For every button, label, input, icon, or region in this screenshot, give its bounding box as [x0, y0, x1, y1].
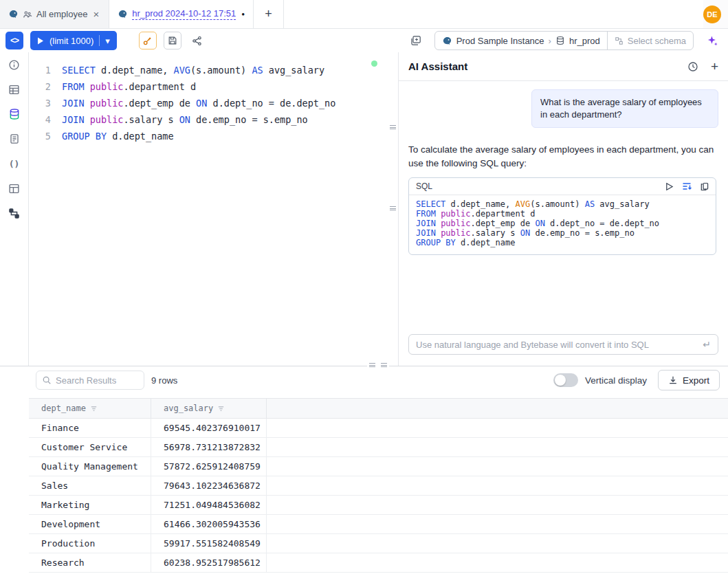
rail-item-sheets[interactable]: [0, 176, 29, 201]
cell-avg-salary: 57872.625912408759: [151, 457, 267, 476]
chevron-down-icon[interactable]: ▾: [105, 36, 110, 46]
code-token: GROUP BY: [62, 131, 107, 142]
rail-item-functions[interactable]: (): [0, 151, 29, 176]
run-query-button[interactable]: (limit 1000) ▾: [30, 31, 117, 50]
left-icon-rail: (): [0, 52, 29, 366]
sort-icon[interactable]: [90, 405, 98, 412]
table-row[interactable]: Marketing71251.049484536082: [29, 496, 728, 515]
code-token: avg_salary: [263, 65, 324, 76]
avatar[interactable]: DE: [703, 5, 721, 23]
table-row[interactable]: Sales79643.102234636872: [29, 476, 728, 496]
connection-selector[interactable]: Prod Sample Instance › hr_prod: [435, 36, 607, 46]
cell-dept-name: Quality Management: [29, 457, 151, 476]
ai-toggle-button[interactable]: [703, 32, 721, 49]
play-outline-icon: [665, 182, 674, 191]
code-token: =: [585, 228, 590, 238]
editor-line: 3JOIN public.dept_emp de ON d.dept_no = …: [29, 95, 388, 111]
run-sql-button[interactable]: [665, 182, 674, 191]
ai-header-actions: +: [687, 60, 718, 73]
cell-avg-salary: 69545.402376910017: [151, 419, 267, 437]
splitter-grip: [381, 363, 387, 367]
splitter-grip: [390, 206, 396, 210]
results-panel: 9 rows Vertical display Export dept_name: [0, 366, 728, 574]
code-token: .department d: [123, 81, 196, 92]
code-token: de.emp_no: [530, 228, 584, 238]
code-token: ON: [196, 98, 207, 109]
ai-response-text: To calculate the average salary of emplo…: [408, 143, 720, 170]
code-token: JOIN: [416, 219, 436, 228]
code-token: d.dept_name,: [445, 199, 515, 209]
line-number: 3: [29, 95, 62, 111]
cell-avg-salary: 59917.551582408549: [151, 534, 267, 553]
close-tab-icon[interactable]: ×: [91, 8, 100, 20]
sql-editor[interactable]: 1SELECT d.dept_name, AVG(s.amount) AS av…: [29, 52, 388, 366]
ai-input-box[interactable]: ↵: [408, 334, 718, 355]
batch-query-button[interactable]: [407, 32, 425, 49]
cell-avg-salary: 61466.302005943536: [151, 515, 267, 533]
database-stack-icon: [8, 108, 21, 120]
ai-sql-code: SELECT d.dept_name, AVG(s.amount) AS avg…: [409, 195, 716, 254]
table-row[interactable]: Production59917.551582408549: [29, 534, 728, 553]
share-sheet-button[interactable]: [188, 32, 206, 49]
ai-assistant-panel: AI Assistant + What is the average salar…: [398, 52, 728, 366]
column-label: avg_salary: [164, 404, 213, 413]
line-number: 1: [29, 62, 62, 78]
rail-item-changelists[interactable]: [0, 126, 29, 151]
code-token: (s.amount): [190, 65, 252, 76]
new-tab-button[interactable]: +: [254, 0, 284, 28]
ai-prompt-input[interactable]: [416, 340, 697, 350]
tabbar-spacer: [284, 0, 703, 28]
vertical-splitter[interactable]: [388, 52, 398, 366]
ai-sql-line: JOIN public.salary s ON de.emp_no = s.em…: [416, 228, 709, 238]
copy-sql-button[interactable]: [700, 182, 709, 191]
code-token: d.dept_name,: [96, 65, 174, 76]
editor-toolbar: <> (limit 1000) ▾: [0, 29, 728, 52]
ai-input-area: ↵: [399, 327, 728, 366]
code-token: AVG: [516, 199, 531, 209]
code-token: public: [90, 81, 124, 92]
column-header-dept-name[interactable]: dept_name: [29, 399, 151, 418]
table-row[interactable]: Customer Service56978.731213872832: [29, 438, 728, 457]
workspace-middle: () 1SELECT d.dept_name, AVG(s.amount) AS…: [0, 52, 728, 366]
rail-item-info[interactable]: [0, 52, 29, 77]
cell-dept-name: Finance: [29, 419, 151, 437]
results-toolbar: 9 rows Vertical display Export: [0, 366, 728, 394]
code-token: [85, 81, 90, 92]
tab-all-employee[interactable]: All employee ×: [0, 0, 109, 28]
cell-dept-name: Research: [29, 553, 151, 572]
column-header-avg-salary[interactable]: avg_salary: [151, 399, 267, 418]
schema-selector[interactable]: Select schema: [607, 32, 693, 49]
history-button[interactable]: [687, 61, 698, 72]
results-table-header: dept_name avg_salary: [29, 398, 728, 419]
insert-lines-icon: [682, 181, 692, 191]
run-button-label: (limit 1000): [49, 36, 93, 46]
sidebar-toggle-button[interactable]: <>: [5, 32, 23, 49]
rail-item-databases[interactable]: [0, 102, 29, 126]
code-token: =: [599, 219, 604, 228]
vertical-display-toggle[interactable]: [553, 373, 578, 387]
code-token: SELECT: [416, 199, 445, 209]
rail-item-connections[interactable]: [0, 201, 29, 225]
code-token: AVG: [174, 65, 190, 76]
table-row[interactable]: Finance69545.402376910017: [29, 419, 728, 438]
user-message-bubble: What is the average salary of employees …: [531, 89, 718, 128]
postgres-icon: [8, 9, 19, 19]
search-results-input[interactable]: [56, 375, 131, 386]
save-sheet-button[interactable]: [164, 32, 181, 49]
admin-mode-button[interactable]: [139, 32, 157, 49]
code-token: .salary s: [471, 228, 520, 238]
insert-sql-button[interactable]: [682, 181, 692, 191]
export-button[interactable]: Export: [658, 370, 720, 390]
column-label: dept_name: [41, 404, 86, 413]
horizontal-splitter[interactable]: [367, 363, 389, 367]
table-row[interactable]: Development61466.302005943536: [29, 515, 728, 534]
line-number: 2: [29, 78, 62, 95]
new-conversation-button[interactable]: +: [711, 60, 718, 73]
search-results-box[interactable]: [36, 371, 144, 390]
sort-icon[interactable]: [217, 405, 225, 412]
table-row[interactable]: Quality Management57872.625912408759: [29, 457, 728, 476]
code-token: public: [441, 228, 470, 238]
tab-hr-prod[interactable]: hr_prod 2024-10-12 17:51 ●: [109, 0, 254, 28]
rail-item-tables[interactable]: [0, 77, 29, 102]
table-row[interactable]: Research60238.952517985612: [29, 553, 728, 573]
